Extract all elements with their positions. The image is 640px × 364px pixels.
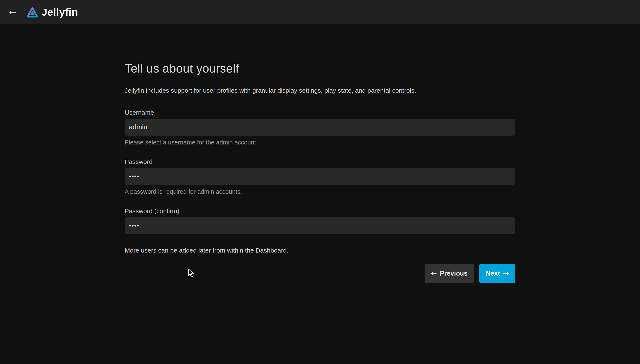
wizard-page: Tell us about yourself Jellyfin includes… (0, 24, 515, 283)
password-confirm-label: Password (confirm) (125, 208, 515, 215)
username-input[interactable] (125, 119, 515, 136)
password-label: Password (125, 158, 515, 166)
previous-button[interactable]: ← Previous (425, 264, 474, 283)
mouse-cursor (188, 268, 196, 278)
password-input[interactable] (125, 168, 515, 185)
page-title: Tell us about yourself (125, 61, 515, 75)
app-logo: Jellyfin (26, 6, 78, 18)
arrow-left-icon: ← (9, 6, 17, 18)
wizard-button-row: ← Previous Next → (125, 264, 515, 283)
next-button[interactable]: Next → (479, 264, 515, 283)
password-help-text: A password is required for admin account… (125, 188, 515, 195)
next-button-label: Next (486, 270, 500, 277)
previous-button-label: Previous (440, 270, 467, 277)
arrow-left-icon: ← (431, 269, 437, 278)
username-field-group: Username Please select a username for th… (125, 109, 515, 146)
page-description: Jellyfin includes support for user profi… (125, 86, 515, 95)
password-confirm-input[interactable] (125, 217, 515, 234)
arrow-right-icon: → (503, 269, 509, 278)
username-help-text: Please select a username for the admin a… (125, 139, 515, 146)
password-confirm-field-group: Password (confirm) (125, 208, 515, 234)
back-button[interactable]: ← (5, 4, 20, 20)
app-title: Jellyfin (42, 6, 78, 18)
footnote-text: More users can be added later from withi… (125, 247, 515, 254)
password-field-group: Password A password is required for admi… (125, 158, 515, 195)
top-bar: ← Jellyfin (0, 0, 640, 24)
username-label: Username (125, 109, 515, 116)
jellyfin-logo-icon (26, 6, 39, 18)
